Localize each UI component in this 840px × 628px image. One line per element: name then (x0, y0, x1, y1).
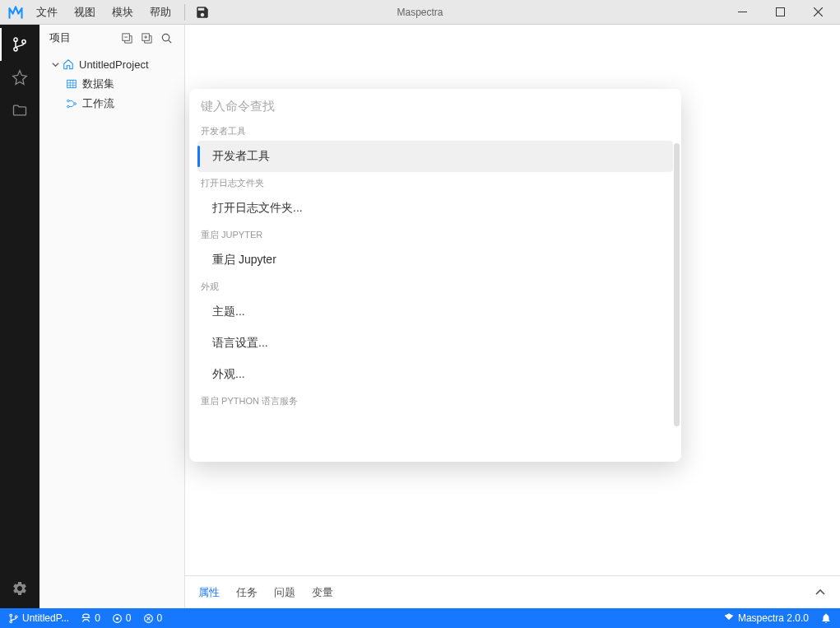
tab-variables[interactable]: 变量 (312, 582, 333, 603)
palette-group-label: 重启 PYTHON 语言服务 (197, 390, 673, 411)
close-button[interactable] (799, 0, 837, 25)
menu-view[interactable]: 视图 (66, 0, 104, 25)
svg-point-9 (67, 100, 70, 102)
sidebar-title: 项目 (49, 30, 71, 45)
activity-bar (0, 25, 39, 608)
svg-rect-1 (776, 8, 784, 16)
tree-item-dataset[interactable]: 数据集 (39, 74, 184, 94)
menu-module[interactable]: 模块 (104, 0, 142, 25)
scrollbar[interactable] (674, 143, 680, 426)
tab-tasks[interactable]: 任务 (236, 582, 258, 603)
status-count-b-value: 0 (126, 612, 132, 624)
menu-help[interactable]: 帮助 (142, 0, 179, 25)
palette-group-label: 重启 JUPYTER (197, 224, 673, 244)
save-button[interactable] (190, 0, 215, 25)
svg-point-2 (14, 38, 17, 41)
tree-root[interactable]: UntitledProject (39, 54, 184, 74)
svg-point-17 (116, 616, 118, 619)
palette-group-label: 外观 (197, 276, 673, 296)
svg-rect-0 (738, 12, 747, 12)
window-controls (723, 0, 837, 25)
activity-star[interactable] (0, 61, 39, 94)
svg-point-3 (14, 48, 17, 51)
svg-point-11 (74, 103, 77, 105)
chevron-down-icon (49, 60, 61, 69)
menubar: 文件 视图 模块 帮助 (28, 0, 179, 25)
tree-item-workflow[interactable]: 工作流 (39, 94, 184, 114)
titlebar: 文件 视图 模块 帮助 Maspectra (0, 0, 840, 25)
expand-all-icon[interactable] (138, 30, 155, 46)
palette-option-appearance[interactable]: 外观... (197, 359, 673, 390)
activity-folder[interactable] (0, 94, 39, 127)
table-icon (64, 78, 79, 90)
tree-root-label: UntitledProject (79, 58, 149, 71)
palette-option-open-logs[interactable]: 打开日志文件夹... (197, 193, 673, 224)
palette-option-restart-jupyter[interactable]: 重启 Jupyter (197, 244, 673, 276)
status-project[interactable]: UntitledP... (8, 612, 69, 624)
svg-point-14 (15, 615, 17, 617)
sidebar-header: 项目 (39, 25, 184, 51)
tree-item-label: 工作流 (82, 96, 114, 111)
divider (184, 4, 185, 21)
status-count-c[interactable]: 0 (143, 612, 163, 624)
app-logo (3, 0, 28, 25)
menu-file[interactable]: 文件 (28, 0, 66, 25)
maximize-button[interactable] (761, 0, 799, 25)
statusbar: UntitledP... 0 0 0 Maspectra 2.0.0 (0, 608, 840, 628)
tree-item-label: 数据集 (82, 77, 114, 91)
tab-problems[interactable]: 问题 (274, 582, 295, 603)
minimize-button[interactable] (723, 0, 761, 25)
svg-point-10 (67, 105, 70, 108)
status-count-a-value: 0 (95, 612, 100, 624)
status-project-label: UntitledP... (22, 612, 69, 624)
status-bell[interactable] (820, 612, 832, 624)
palette-option-devtools[interactable]: 开发者工具 (197, 141, 673, 172)
svg-point-15 (83, 614, 90, 617)
window-title: Maspectra (397, 7, 443, 18)
status-count-a[interactable]: 0 (81, 612, 100, 624)
project-tree: UntitledProject 数据集 工作流 (39, 51, 184, 117)
palette-option-theme[interactable]: 主题... (197, 296, 673, 328)
home-icon (61, 58, 76, 70)
tab-properties[interactable]: 属性 (198, 582, 220, 603)
svg-point-7 (162, 34, 169, 40)
svg-rect-8 (67, 80, 77, 87)
status-count-b[interactable]: 0 (112, 612, 132, 624)
command-list[interactable]: 开发者工具 开发者工具 打开日志文件夹 打开日志文件夹... 重启 JUPYTE… (189, 120, 681, 462)
panel-toggle-icon[interactable] (814, 586, 827, 599)
command-palette: 开发者工具 开发者工具 打开日志文件夹 打开日志文件夹... 重启 JUPYTE… (189, 89, 681, 462)
svg-point-12 (10, 614, 12, 616)
status-version-label: Maspectra 2.0.0 (738, 612, 809, 624)
palette-group-label: 开发者工具 (197, 120, 673, 141)
collapse-all-icon[interactable] (118, 30, 135, 46)
search-icon[interactable] (158, 30, 174, 46)
workflow-icon (64, 98, 79, 109)
bottom-panel: 属性 任务 问题 变量 (185, 575, 840, 608)
palette-option-language[interactable]: 语言设置... (197, 328, 673, 359)
svg-point-4 (22, 40, 26, 44)
sidebar: 项目 UntitledProje (39, 25, 185, 608)
svg-point-13 (10, 620, 12, 622)
activity-branch[interactable] (0, 28, 39, 61)
activity-settings[interactable] (0, 572, 39, 605)
status-version[interactable]: Maspectra 2.0.0 (723, 612, 809, 624)
palette-group-label: 打开日志文件夹 (197, 172, 673, 193)
command-input[interactable] (201, 99, 670, 113)
status-count-c-value: 0 (157, 612, 163, 624)
